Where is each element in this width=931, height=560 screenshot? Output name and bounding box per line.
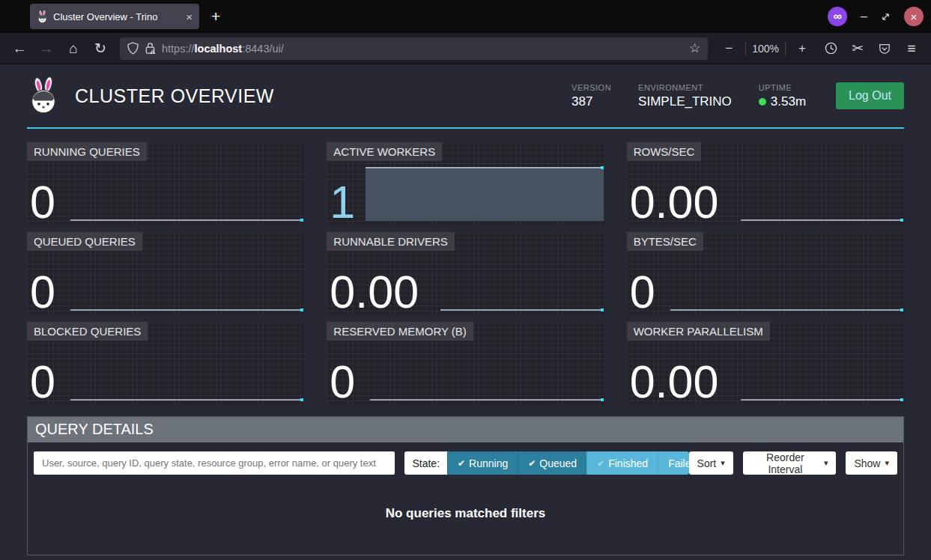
sparkline [70, 399, 303, 401]
window-restore-button[interactable] [881, 12, 891, 22]
empty-queries-message: No queries matched filters [28, 483, 903, 555]
query-details-panel: QUERY DETAILS State: ✔ Running ▾ ✔ Queue… [27, 416, 904, 556]
browser-window: Cluster Overview - Trino × + ∞ – × ← → ⌂… [0, 0, 931, 560]
chevron-down-icon: ▾ [885, 458, 889, 468]
tile-value: 0.00 [330, 271, 419, 314]
sparkline [366, 167, 603, 221]
tile-queued-queries: QUEUED QUERIES 0 [27, 232, 304, 314]
state-filter-queued[interactable]: ✔ Queued ▾ [518, 451, 586, 475]
cluster-stats-grid: RUNNING QUERIES 0 ACTIVE WORKERS 1 ROWS/… [27, 142, 904, 404]
zoom-in-button[interactable]: + [792, 41, 813, 56]
sparkline [741, 399, 903, 401]
tile-label: BLOCKED QUERIES [27, 322, 148, 341]
home-button[interactable]: ⌂ [61, 37, 85, 60]
trino-logo-icon [27, 77, 60, 115]
sparkline-dot [300, 219, 303, 222]
sparkline-dot [300, 308, 303, 311]
separator [785, 42, 786, 55]
browser-navbar: ← → ⌂ ↻ https://localhost:8443/ui/ ☆ [0, 33, 931, 64]
window-minimize-button[interactable]: – [861, 10, 867, 23]
menu-hamburger-icon[interactable]: ≡ [900, 37, 924, 60]
tab-title: Cluster Overview - Trino [53, 11, 181, 22]
window-close-button[interactable]: × [904, 7, 924, 26]
tile-active-workers: ACTIVE WORKERS 1 [327, 142, 604, 225]
state-filter-failed[interactable]: ✔ Failed ▾ [658, 451, 688, 475]
tile-runnable-drivers: RUNNABLE DRIVERS 0.00 [327, 232, 604, 314]
screenshot-scissors-icon[interactable]: ✂ [846, 37, 870, 60]
tile-label: WORKER PARALLELISM [627, 322, 770, 341]
tile-label: RUNNING QUERIES [27, 142, 147, 161]
page-title: CLUSTER OVERVIEW [75, 85, 274, 107]
zoom-out-button[interactable]: − [718, 41, 739, 56]
app-header: CLUSTER OVERVIEW VERSION 387 ENVIRONMENT… [27, 64, 904, 129]
version-label: VERSION [571, 83, 611, 92]
lock-warning-icon[interactable] [145, 42, 156, 55]
history-clock-icon[interactable] [819, 37, 843, 60]
query-search-input[interactable] [34, 451, 395, 475]
separator [745, 42, 746, 55]
tab-close-icon[interactable]: × [186, 10, 192, 23]
shield-icon[interactable] [127, 42, 139, 55]
pocket-icon[interactable] [873, 37, 897, 60]
sparkline [741, 219, 903, 221]
sparkline [670, 309, 903, 311]
tile-label: BYTES/SEC [627, 232, 703, 251]
state-filter-running[interactable]: ✔ Running ▾ [447, 451, 518, 475]
uptime-stat: UPTIME 3.53m [759, 83, 806, 109]
bookmark-star-icon[interactable]: ☆ [689, 40, 700, 56]
reorder-interval-dropdown[interactable]: Reorder Interval ▾ [743, 451, 837, 475]
query-filter-toolbar: State: ✔ Running ▾ ✔ Queued ▾ ✔ Finished… [28, 442, 903, 483]
tile-value: 0 [30, 271, 55, 314]
tile-value: 0 [630, 271, 655, 314]
show-dropdown[interactable]: Show ▾ [846, 451, 897, 475]
new-tab-button[interactable]: + [211, 7, 220, 25]
tile-worker-parallelism: WORKER PARALLELISM 0.00 [627, 322, 904, 404]
tile-value: 1 [330, 181, 355, 225]
tile-label: QUEUED QUERIES [27, 232, 142, 251]
version-stat: VERSION 387 [571, 83, 611, 109]
query-details-title: QUERY DETAILS [28, 417, 903, 442]
check-icon: ✔ [528, 458, 536, 469]
browser-titlebar: Cluster Overview - Trino × + ∞ – × [0, 0, 931, 33]
tile-value: 0 [330, 361, 355, 404]
chevron-down-icon: ▾ [721, 458, 725, 468]
browser-tab[interactable]: Cluster Overview - Trino × [30, 4, 199, 29]
tile-value: 0.00 [630, 181, 719, 225]
state-filter-group: State: ✔ Running ▾ ✔ Queued ▾ ✔ Finished… [404, 451, 688, 475]
tile-value: 0 [30, 181, 55, 225]
sparkline [370, 399, 603, 401]
trino-favicon-icon [37, 10, 48, 23]
sparkline-dot [300, 398, 303, 401]
url-bar[interactable]: https://localhost:8443/ui/ ☆ [120, 37, 708, 60]
sparkline-dot [601, 166, 604, 169]
sort-dropdown[interactable]: Sort ▾ [689, 451, 733, 475]
back-button[interactable]: ← [7, 37, 31, 60]
tile-label: RUNNABLE DRIVERS [327, 232, 455, 251]
state-filter-label: State: [404, 451, 447, 475]
tile-value: 0.00 [630, 361, 719, 404]
check-icon: ✔ [597, 458, 604, 469]
reload-button[interactable]: ↻ [88, 37, 112, 60]
tile-running-queries: RUNNING QUERIES 0 [27, 142, 304, 225]
tile-bytes-sec: BYTES/SEC 0 [627, 232, 904, 314]
tile-blocked-queries: BLOCKED QUERIES 0 [27, 322, 304, 404]
url-text[interactable]: https://localhost:8443/ui/ [162, 43, 284, 55]
forward-button: → [34, 37, 58, 60]
logout-button[interactable]: Log Out [836, 82, 904, 109]
environment-value: SIMPLE_TRINO [638, 94, 732, 109]
environment-stat: ENVIRONMENT SIMPLE_TRINO [638, 83, 732, 109]
sparkline [440, 309, 603, 311]
chevron-down-icon: ▾ [824, 458, 828, 468]
tile-value: 0 [30, 361, 55, 404]
sparkline-dot [601, 398, 604, 401]
zoom-level[interactable]: 100% [752, 43, 779, 55]
state-filter-finished[interactable]: ✔ Finished ▾ [586, 451, 658, 475]
sparkline-dot [601, 308, 604, 311]
version-value: 387 [571, 94, 611, 109]
sparkline [70, 219, 303, 221]
sparkline-dot [900, 398, 903, 401]
check-icon: ✔ [458, 458, 465, 469]
tile-rows-sec: ROWS/SEC 0.00 [627, 142, 904, 225]
sparkline [70, 309, 303, 311]
private-browsing-icon: ∞ [828, 7, 847, 26]
